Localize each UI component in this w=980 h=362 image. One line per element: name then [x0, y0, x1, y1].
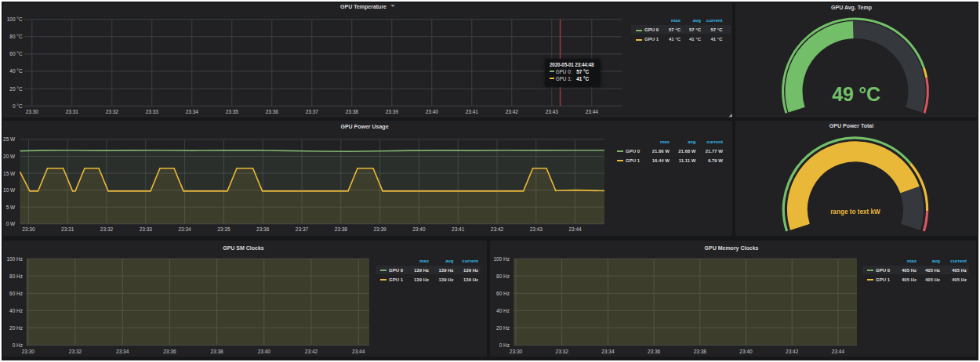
svg-text:49 °C: 49 °C: [832, 83, 880, 105]
svg-text:range to text kW: range to text kW: [830, 208, 880, 215]
